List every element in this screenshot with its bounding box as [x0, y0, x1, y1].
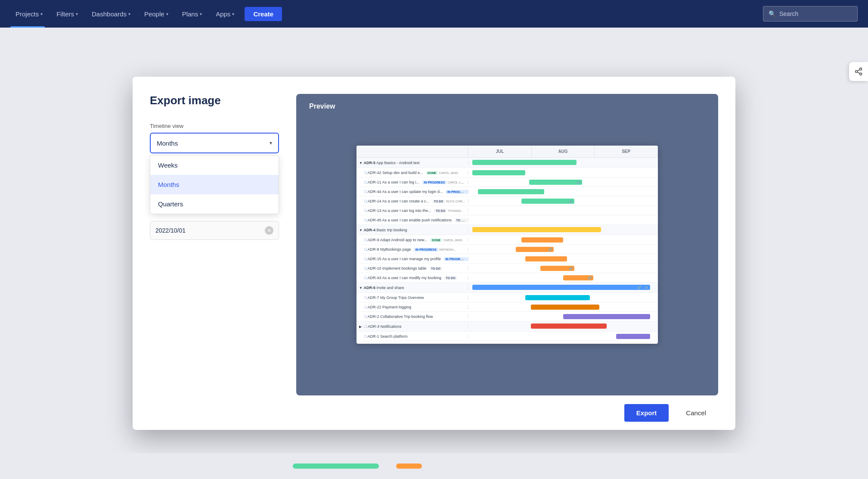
gantt-bar: 🔗 [529, 180, 582, 185]
people-chevron-icon: ▾ [166, 12, 168, 16]
bottom-green-bar [293, 463, 379, 469]
row-label: □ ADR-15 As a user I can manage my profi… [356, 257, 468, 261]
select-chevron-icon: ▾ [270, 140, 272, 146]
svg-point-1 [856, 71, 858, 73]
nav-plans[interactable]: Plans ▾ [177, 7, 208, 21]
bar-area [468, 293, 658, 302]
gantt-bar [531, 323, 607, 329]
nav-people[interactable]: People ▾ [139, 7, 174, 21]
row-label: ▼ ADR-4 Basic trip booking [356, 228, 468, 232]
table-row: □ ADR-42 Setup dev and build e... DONE C… [356, 168, 658, 177]
nav-filters[interactable]: Filters ▾ [51, 7, 83, 21]
preview-label: Preview [309, 103, 335, 110]
nav-filters-label: Filters [56, 10, 74, 18]
bar-area: 🔗 [468, 177, 658, 187]
table-row: □ ADR-11 As a user I can log i... IN PRO… [356, 177, 658, 187]
row-label: □ ADR-10 Implement bookings table TO DO [356, 266, 468, 271]
table-row: □ ADR-10 Implement bookings table TO DO … [356, 264, 658, 273]
bar-area [468, 341, 658, 344]
table-row: ▼ ADR-6 Invite and share 🔗 ⚠ [356, 283, 658, 293]
bar-area [468, 235, 658, 244]
bar-area [468, 254, 658, 263]
nav-dashboards-label: Dashboards [92, 10, 127, 18]
gantt-bar: 🔗 [563, 275, 593, 280]
bar-area [468, 321, 658, 331]
gantt-chart-preview: JUL AUG SEP ▼ ADR-5 App Basics - And [356, 146, 658, 344]
row-label: □ ADR-2 Collaborative Trip booking flow [356, 314, 468, 319]
bottom-bar [0, 453, 868, 479]
search-bar[interactable]: 🔍 Search [763, 6, 858, 22]
row-label: □ ADR-14 As a user I can create a c... T… [356, 199, 468, 203]
svg-line-4 [857, 69, 860, 71]
gantt-bar: 🔗 [540, 266, 574, 271]
gantt-left-header [356, 146, 468, 157]
table-row: □ ADR-43 As a user I can modify my booki… [356, 273, 658, 283]
plans-chevron-icon: ▾ [200, 12, 202, 16]
create-button[interactable]: Create [245, 7, 282, 21]
search-placeholder: Search [779, 10, 798, 17]
dropdown-item-weeks[interactable]: Weeks [150, 156, 279, 175]
table-row: □ ADR-8 MyBookings page IN PROGRESS RATH… [356, 245, 658, 254]
right-panel: Preview JUL AUG SEP [296, 94, 718, 395]
row-label: □ ADR-43 As a user I can modify my booki… [356, 276, 468, 280]
date-clear-button[interactable]: ✕ [265, 226, 273, 235]
row-label: □ ADR-45 As a user I can enable push not… [356, 218, 468, 222]
nav-apps-label: Apps [216, 10, 230, 18]
filters-chevron-icon: ▾ [76, 12, 78, 16]
export-button[interactable]: Export [624, 404, 669, 422]
gantt-bar [472, 170, 525, 175]
gantt-bar: 🔗 ⚠ [472, 285, 651, 290]
row-label: □ ADR-13 As a user I can log into the...… [356, 208, 468, 213]
date-field[interactable]: 2022/10/01 ✕ [150, 221, 279, 240]
gantt-bar [472, 227, 601, 232]
search-icon: 🔍 [769, 10, 776, 17]
nav-projects[interactable]: Projects ▾ [10, 7, 48, 21]
gantt-months: JUL AUG SEP [468, 146, 658, 157]
table-row: □ ADR-13 As a user I can log into the...… [356, 206, 658, 215]
row-label: ▼ ADR-5 App Basics - Android test [356, 161, 468, 165]
cancel-button[interactable]: Cancel [674, 404, 718, 422]
export-dialog: Export image Timeline view Months ▾ Week… [133, 77, 735, 430]
table-row: □ ADR-14 As a user I can create a c... T… [356, 196, 658, 206]
bar-area [468, 158, 658, 168]
bar-area [468, 302, 658, 311]
left-panel: Export image Timeline view Months ▾ Week… [150, 94, 279, 395]
table-row: □ ADR-45 As a user I can enable push not… [356, 215, 658, 225]
bar-area: 🔗 [468, 273, 658, 282]
selected-option: Months [157, 140, 178, 147]
preview-container: Preview JUL AUG SEP [296, 94, 718, 395]
gantt-rows: ▼ ADR-5 App Basics - Android test □ ADR-… [356, 158, 658, 344]
row-label: □ ADR-1 Search platform [356, 334, 468, 339]
dropdown-item-months[interactable]: Months [150, 175, 279, 194]
share-button[interactable] [849, 62, 868, 81]
table-row: ▼ ADR-4 Basic trip booking [356, 225, 658, 235]
navbar: Projects ▾ Filters ▾ Dashboards ▾ People… [0, 0, 868, 28]
table-row: □ ADR-22 Payment logging [356, 302, 658, 312]
bar-area [468, 206, 658, 215]
row-label: □ ADR-42 Setup dev and build e... DONE C… [356, 171, 468, 175]
nav-plans-label: Plans [182, 10, 198, 18]
row-label: □ ADR-40 Update Booking modification ser… [356, 344, 468, 344]
table-row: □ ADR-9 Adapt Android app to new... DONE… [356, 235, 658, 245]
row-label: □ ADR-22 Payment logging [356, 305, 468, 309]
projects-chevron-icon: ▾ [40, 12, 43, 16]
date-value: 2022/10/01 [155, 227, 186, 234]
nav-apps[interactable]: Apps ▾ [211, 7, 239, 21]
dialog-body: Export image Timeline view Months ▾ Week… [133, 77, 735, 395]
gantt-header: JUL AUG SEP [356, 146, 658, 158]
gantt-bar [525, 256, 567, 261]
table-row: □ ADR-44 As a user I can update my login… [356, 187, 658, 196]
table-row: □ ADR-15 As a user I can manage my profi… [356, 254, 658, 264]
timeline-view-select[interactable]: Months ▾ [150, 133, 279, 153]
row-label: □ ADR-7 My Group Trips Overview [356, 295, 468, 300]
row-label: □ ADR-11 As a user I can log i... IN PRO… [356, 180, 468, 184]
bar-area [468, 332, 658, 341]
bar-area: 🔗 [468, 264, 658, 273]
row-label: □ ADR-9 Adapt Android app to new... DONE… [356, 238, 468, 242]
dropdown-item-quarters[interactable]: Quarters [150, 194, 279, 214]
table-row: □ ADR-7 My Group Trips Overview [356, 293, 658, 302]
nav-dashboards[interactable]: Dashboards ▾ [87, 7, 136, 21]
bar-area: 🔗 [468, 245, 658, 254]
bar-area [468, 215, 658, 224]
apps-chevron-icon: ▾ [232, 12, 234, 16]
